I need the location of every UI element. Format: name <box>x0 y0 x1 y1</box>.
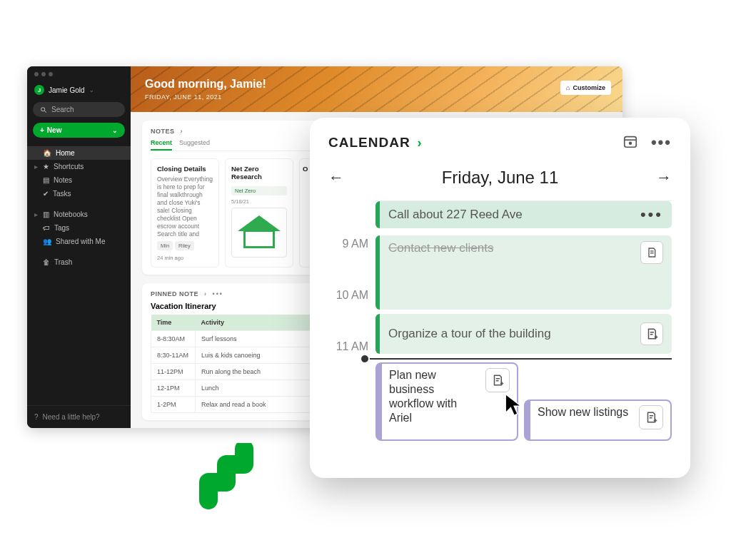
note-tag: Net Zero <box>231 186 287 195</box>
customize-button[interactable]: ⌂ Customize <box>560 81 611 95</box>
more-icon[interactable]: ••• <box>213 290 223 297</box>
nav-home-label: Home <box>56 149 75 157</box>
help-label: Need a little help? <box>43 413 100 421</box>
chevron-right-icon: › <box>181 128 183 135</box>
event-title: Call about 227 Reed Ave <box>388 208 523 222</box>
event-contact-clients[interactable]: Contact new clients <box>375 235 672 310</box>
svg-point-4 <box>630 142 632 144</box>
note-card-title: Closing Details <box>157 165 213 173</box>
event-call-reed-ave[interactable]: Call about 227 Reed Ave ••• <box>375 201 672 228</box>
house-sketch-icon <box>238 215 281 250</box>
pinned-note-widget: PINNED NOTE › ••• Vacation Itinerary Tim… <box>142 283 328 420</box>
note-tag: Riley <box>175 241 194 250</box>
nav-trash[interactable]: 🗑Trash <box>27 255 131 269</box>
new-button[interactable]: +New ⌄ <box>33 123 125 138</box>
calendar-body: 9 AM 10 AM 11 AM Call about 227 Reed Ave… <box>328 200 672 392</box>
notes-widget-header[interactable]: NOTES › <box>151 128 319 135</box>
note-thumbnail <box>231 208 287 258</box>
create-note-button[interactable] <box>485 368 510 392</box>
tab-recent[interactable]: Recent <box>151 139 172 151</box>
note-card-title: Net Zero Research <box>231 165 287 180</box>
help-icon: ? <box>34 413 39 421</box>
chevron-down-icon: ⌄ <box>89 87 94 93</box>
tab-suggested[interactable]: Suggested <box>179 139 210 151</box>
notes-widget: NOTES › Recent Suggested Closing Details… <box>142 121 328 275</box>
nav-tags[interactable]: 🏷Tags <box>27 221 131 235</box>
customize-label: Customize <box>573 84 605 91</box>
col-activity: Activity <box>196 315 319 331</box>
nav-shared[interactable]: 👥Shared with Me <box>27 235 131 248</box>
time-gutter: 9 AM 10 AM 11 AM <box>328 200 375 392</box>
current-time-indicator <box>370 358 672 360</box>
chevron-right-icon: › <box>204 290 207 297</box>
calendar-title-link[interactable]: CALENDAR › <box>328 135 422 151</box>
note-tag: Min <box>157 241 173 250</box>
event-title: Contact new clients <box>388 241 493 255</box>
hour-label: 11 AM <box>328 340 368 392</box>
window-controls[interactable] <box>27 66 131 82</box>
nav-tertiary: 🗑Trash <box>27 255 131 269</box>
current-time-dot <box>361 355 368 362</box>
plus-icon: + <box>40 126 44 134</box>
nav-notebooks[interactable]: ▸▥Notebooks <box>27 208 131 221</box>
help-link[interactable]: ? Need a little help? <box>27 405 131 428</box>
event-more-icon[interactable]: ••• <box>640 205 663 224</box>
people-icon: 👥 <box>43 238 51 245</box>
greeting: Good morning, Jamie! <box>145 78 608 91</box>
create-note-button[interactable] <box>639 405 663 429</box>
home-icon: 🏠 <box>43 149 51 157</box>
nav-secondary: ▸▥Notebooks 🏷Tags 👥Shared with Me <box>27 208 131 248</box>
nav-home[interactable]: 🏠Home <box>27 146 131 160</box>
search-placeholder: Search <box>51 106 74 113</box>
star-icon: ★ <box>43 163 49 170</box>
table-row: 8-8:30AMSurf lessons <box>151 331 319 347</box>
more-icon[interactable]: ••• <box>651 133 672 152</box>
nav-notes[interactable]: ▤Notes <box>27 173 131 187</box>
notes-tabs: Recent Suggested <box>151 139 319 151</box>
event-plan-workflow[interactable]: Plan new business workflow with Ariel <box>375 362 518 441</box>
create-note-button[interactable] <box>640 322 663 345</box>
table-row: 8:30-11AMLuis & kids canoeing <box>151 347 319 364</box>
nav-notes-label: Notes <box>54 176 72 184</box>
decorative-squiggle-icon <box>191 443 262 511</box>
note-cards: Closing Details Overview Everything is h… <box>151 158 319 268</box>
user-name: Jamie Gold <box>49 86 85 94</box>
prev-day-button[interactable]: ← <box>328 168 344 187</box>
nav-tags-label: Tags <box>54 224 69 232</box>
calendar-date-nav: ← Friday, June 11 → <box>328 168 672 188</box>
nav-primary: 🏠Home ▸★Shortcuts ▤Notes ✔Tasks <box>27 146 131 200</box>
calendar-date: Friday, June 11 <box>442 168 559 188</box>
check-circle-icon: ✔ <box>43 190 49 198</box>
note-card[interactable]: Closing Details Overview Everything is h… <box>151 158 219 268</box>
events-column: Call about 227 Reed Ave ••• Contact new … <box>375 200 672 392</box>
pinned-note-title: Vacation Itinerary <box>151 302 319 310</box>
svg-line-1 <box>44 111 46 113</box>
nav-tasks[interactable]: ✔Tasks <box>27 187 131 200</box>
event-organize-tour[interactable]: Organize a tour of the building <box>375 314 672 354</box>
table-row: 11-12PMRun along the beach <box>151 364 319 380</box>
event-title: Plan new business workflow with Ariel <box>389 368 475 425</box>
note-card[interactable]: Net Zero Research Net Zero 5/18/21 <box>225 158 293 268</box>
event-title: Show new listings <box>538 405 628 419</box>
open-note-button[interactable] <box>640 241 663 264</box>
calendar-popup: CALENDAR › ••• ← Friday, June 11 → 9 AM … <box>310 118 690 478</box>
note-card-snippet: Overview Everything is here to prep for … <box>157 175 213 238</box>
calendar-title: CALENDAR <box>328 135 410 151</box>
notebook-icon: ▥ <box>43 210 49 218</box>
svg-point-0 <box>41 107 45 111</box>
col-time: Time <box>151 315 196 331</box>
new-button-label: New <box>47 126 62 134</box>
pinned-header[interactable]: PINNED NOTE › ••• <box>151 290 319 297</box>
event-show-listings[interactable]: Show new listings <box>524 399 672 441</box>
pinned-title-label: PINNED NOTE <box>151 290 198 297</box>
nav-shared-label: Shared with Me <box>56 238 105 245</box>
nav-shortcuts[interactable]: ▸★Shortcuts <box>27 160 131 173</box>
search-input[interactable]: Search <box>33 102 125 117</box>
user-menu[interactable]: J Jamie Gold ⌄ <box>27 82 131 102</box>
next-day-button[interactable]: → <box>656 168 672 187</box>
calendar-icon[interactable] <box>622 133 638 152</box>
note-date: 5/18/21 <box>231 198 287 205</box>
chevron-down-icon: ⌄ <box>112 127 118 134</box>
note-icon: ▤ <box>43 176 49 184</box>
hero-date: FRIDAY, JUNE 11, 2021 <box>145 93 608 101</box>
